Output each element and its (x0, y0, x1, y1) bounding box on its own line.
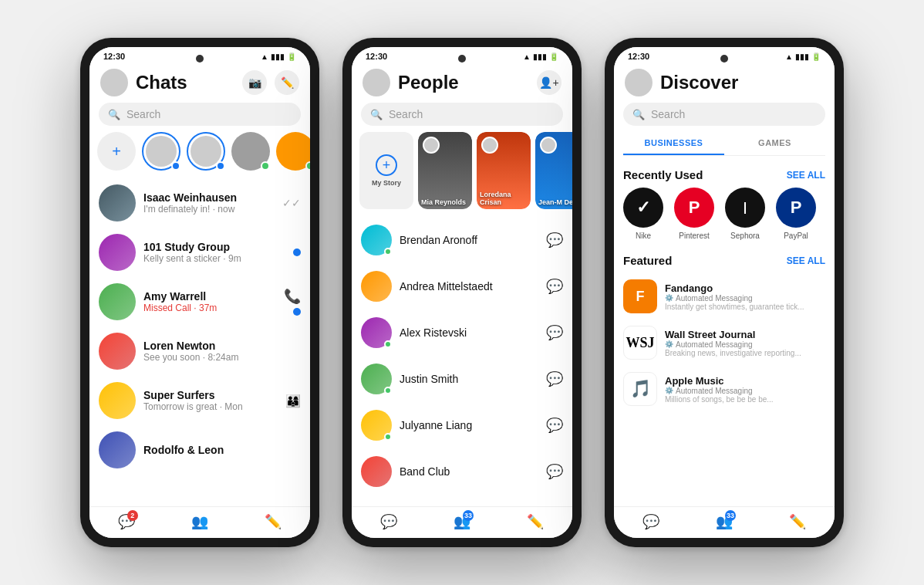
people-item[interactable]: Alex Ristevski 💬 (352, 309, 572, 356)
chat-name: Isaac Weinhausen (143, 191, 275, 204)
paypal-label: PayPal (784, 232, 808, 240)
sephora-label: Sephora (730, 232, 760, 240)
chat-list: Isaac Weinhausen I'm definately in! · no… (89, 178, 310, 506)
story-avatar-2 (481, 137, 498, 154)
status-time-1: 12:30 (103, 52, 125, 61)
people-title: People (398, 72, 537, 93)
add-person-button[interactable]: 👤+ (537, 70, 561, 95)
chat-name: Super Surfers (143, 389, 278, 401)
people-search-bar[interactable]: 🔍 Search (361, 103, 563, 126)
chats-header: Chats 📷 ✏️ (89, 64, 310, 103)
chat-info: Amy Warrell Missed Call · 37m (143, 290, 276, 313)
bottom-nav-3: 💬 👥 33 ✏️ (614, 506, 835, 538)
edit-button[interactable]: ✏️ (275, 70, 299, 95)
featured-info: Wall Street Journal ⚙️ Automated Messagi… (665, 329, 825, 357)
chat-name: Amy Warrell (143, 290, 276, 303)
story-4[interactable] (276, 132, 310, 171)
chat-meta: ✓✓ (282, 197, 301, 209)
brand-sephora[interactable]: | Sephora (725, 188, 765, 240)
story-card-1[interactable]: Mia Reynolds (418, 132, 472, 209)
tab-games[interactable]: GAMES (724, 132, 825, 155)
bottom-nav-2: 💬 👥 33 ✏️ (352, 506, 572, 538)
wsj-name: Wall Street Journal (665, 329, 825, 340)
chat-info: Loren Newton See you soon · 8:24am (143, 340, 301, 363)
discover-search-bar[interactable]: 🔍 Search (623, 103, 825, 126)
chat-preview: Missed Call · 37m (143, 303, 276, 313)
search-placeholder-3: Search (651, 108, 685, 120)
featured-wsj[interactable]: WSJ Wall Street Journal ⚙️ Automated Mes… (614, 320, 835, 366)
status-icons-3: ▲ ▮▮▮ 🔋 (785, 52, 821, 61)
story-3[interactable] (231, 132, 270, 171)
unread-badge (293, 308, 301, 316)
message-icon: 💬 (546, 278, 563, 295)
wsj-logo: WSJ (623, 326, 657, 360)
story-2[interactable] (187, 132, 225, 171)
status-time-3: 12:30 (628, 52, 649, 61)
stories-grid: + My Story Mia Reynolds Loredana Crisan … (352, 132, 572, 217)
camera-button[interactable]: 📷 (242, 70, 267, 95)
people-avatar (361, 271, 392, 302)
see-all-recently[interactable]: SEE ALL (787, 170, 825, 181)
chat-item[interactable]: Loren Newton See you soon · 8:24am (89, 326, 310, 376)
story-card-2[interactable]: Loredana Crisan (477, 132, 531, 209)
message-icon: 💬 (546, 417, 563, 434)
search-placeholder-2: Search (389, 108, 423, 120)
nav-compose-3[interactable]: ✏️ (789, 513, 806, 530)
search-icon-1: 🔍 (108, 109, 120, 120)
people-avatar (361, 317, 392, 348)
chat-avatar (99, 283, 136, 320)
pinterest-logo: P (674, 188, 714, 228)
search-icon-2: 🔍 (370, 109, 383, 120)
story-1[interactable] (142, 132, 180, 171)
brand-paypal[interactable]: P PayPal (776, 188, 816, 240)
stories-row-1: + (89, 132, 310, 178)
wsj-sub: ⚙️ Automated Messaging (665, 340, 825, 349)
people-item[interactable]: Band Club 💬 (352, 448, 572, 495)
discover-title: Discover (660, 72, 824, 93)
story-avatar-3 (540, 137, 557, 154)
apple-music-desc: Millions of songs, be be be be... (665, 395, 825, 404)
camera-notch-3 (720, 55, 728, 63)
add-story-card[interactable]: + My Story (359, 132, 413, 209)
chats-search-bar[interactable]: 🔍 Search (99, 103, 301, 126)
story-card-3[interactable]: Jean-M Denis (535, 132, 572, 209)
chat-item[interactable]: 101 Study Group Kelly sent a sticker · 9… (89, 228, 310, 277)
brand-pinterest[interactable]: P Pinterest (674, 188, 714, 240)
nav-people[interactable]: 👥 (191, 513, 208, 530)
recently-used-row: ✓ Nike P Pinterest | Sephora P PayPal (614, 188, 835, 251)
nav-people-3[interactable]: 👥 33 (716, 513, 733, 530)
wsj-desc: Breaking news, investigative reporting..… (665, 349, 825, 357)
people-header: People 👤+ (352, 64, 572, 103)
chat-name: Rodolfo & Leon (143, 444, 301, 456)
people-item[interactable]: Julyanne Liang 💬 (352, 402, 572, 448)
nav-chats-3[interactable]: 💬 (642, 513, 659, 530)
people-item[interactable]: Andrea Mittelstaedt 💬 (352, 263, 572, 309)
nav-people-2[interactable]: 👥 33 (454, 513, 470, 530)
featured-fandango[interactable]: F Fandango ⚙️ Automated Messaging Instan… (614, 273, 835, 320)
recently-used-title: Recently Used (623, 168, 703, 181)
plus-icon: + (376, 154, 397, 176)
message-icon: 💬 (546, 370, 563, 387)
nav-compose-2[interactable]: ✏️ (527, 513, 544, 530)
people-avatar (361, 456, 392, 487)
people-item[interactable]: Justin Smith 💬 (352, 356, 572, 402)
brand-nike[interactable]: ✓ Nike (623, 188, 663, 240)
people-item[interactable]: Brendan Aronoff 💬 (352, 217, 572, 263)
featured-info: Fandango ⚙️ Automated Messaging Instantl… (665, 282, 825, 311)
people-name: Alex Ristevski (400, 326, 538, 339)
add-story-btn[interactable]: + (97, 132, 136, 171)
featured-apple-music[interactable]: 🎵 Apple Music ⚙️ Automated Messaging Mil… (614, 366, 835, 412)
chat-item[interactable]: Super Surfers Tomorrow is great · Mon 👨‍… (89, 376, 310, 425)
nav-chats-2[interactable]: 💬 (380, 513, 397, 530)
search-placeholder-1: Search (126, 108, 160, 120)
nav-chats[interactable]: 💬 2 (118, 513, 135, 530)
chat-preview: I'm definately in! · now (143, 204, 275, 215)
chat-item[interactable]: Amy Warrell Missed Call · 37m 📞 (89, 277, 310, 326)
tab-businesses[interactable]: BUSINESSES (623, 132, 724, 155)
sephora-logo: | (725, 188, 765, 228)
see-all-featured[interactable]: SEE ALL (787, 255, 825, 266)
nav-compose[interactable]: ✏️ (265, 513, 282, 530)
chat-item[interactable]: Isaac Weinhausen I'm definately in! · no… (89, 178, 310, 228)
user-avatar-3 (625, 69, 653, 96)
chat-item[interactable]: Rodolfo & Leon (89, 425, 310, 475)
